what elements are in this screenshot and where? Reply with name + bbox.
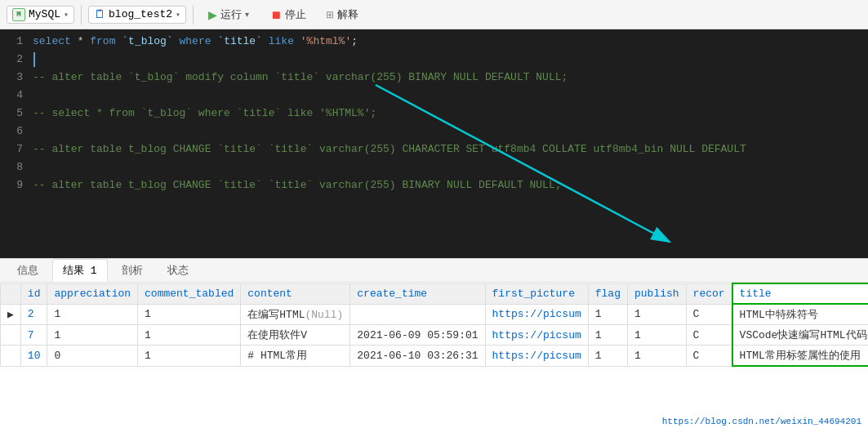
code-line-7: 7 -- alter table t_blog CHANGE `title` `… [0, 140, 868, 158]
line-content-5: -- select * from `t_blog` where `title` … [33, 105, 868, 123]
col-header-content: content [241, 283, 350, 304]
cell-comment-tabled-2: 1 [138, 325, 241, 346]
row-arrow-2 [1, 325, 21, 346]
editor: 1 select * from `t_blog` where `title` l… [0, 29, 868, 258]
cell-id-3: 10 [20, 346, 47, 367]
explain-button[interactable]: ⊞ 解释 [319, 5, 365, 25]
col-header-create-time: create_time [350, 283, 485, 304]
cell-content-2: 在使用软件V [241, 325, 350, 346]
tab-profiling[interactable]: 剖析 [111, 259, 154, 282]
cell-publish-3: 1 [627, 346, 686, 367]
toolbar-divider2 [193, 5, 194, 25]
line-content-9: -- alter table t_blog CHANGE `title` `ti… [33, 176, 868, 194]
tab-info[interactable]: 信息 [7, 259, 49, 282]
cell-content-3: # HTML常用 [241, 346, 350, 367]
table-name: blog_test2 [109, 8, 172, 20]
code-line-5: 5 -- select * from `t_blog` where `title… [0, 105, 868, 123]
cell-recor-1: C [686, 304, 732, 325]
line-content-2 [33, 51, 868, 69]
table-selector[interactable]: 🗒 blog_test2 ▾ [88, 6, 186, 24]
tab-status[interactable]: 状态 [157, 259, 199, 282]
line-num-1: 1 [0, 33, 33, 51]
line-num-6: 6 [0, 123, 33, 140]
cell-publish-2: 1 [627, 325, 686, 346]
line-content-1: select * from `t_blog` where `title` lik… [33, 33, 868, 51]
cell-flag-1: 1 [588, 304, 627, 325]
cell-first-picture-1: https://picsum [485, 304, 588, 325]
cell-recor-2: C [686, 325, 732, 346]
code-line-3: 3 -- alter table `t_blog` modify column … [0, 69, 868, 87]
cell-title-3: HTML常用标签属性的使用 [732, 346, 868, 367]
bottom-panel: 信息 结果 1 剖析 状态 id appreciation comment_ta… [0, 258, 868, 430]
line-content-3: -- alter table `t_blog` modify column `t… [33, 69, 868, 87]
mysql-icon: M [12, 8, 25, 21]
col-header-recor: recor [686, 283, 732, 304]
col-header-appreciation: appreciation [47, 283, 138, 304]
cell-create-time-2: 2021-06-09 05:59:01 [350, 325, 485, 346]
code-lines: 1 select * from `t_blog` where `title` l… [0, 29, 868, 198]
run-icon: ▶ [208, 8, 217, 21]
cell-first-picture-3: https://picsum [485, 346, 588, 367]
line-num-8: 8 [0, 158, 33, 176]
stop-label: 停止 [285, 7, 306, 22]
stop-button[interactable]: ⏹ 停止 [264, 5, 313, 25]
code-line-2: 2 [0, 51, 868, 69]
line-num-4: 4 [0, 87, 33, 105]
cell-create-time-3: 2021-06-10 03:26:31 [350, 346, 485, 367]
table-row: ▶ 2 1 1 在编写HTML(Null) https://picsum 1 1… [1, 304, 869, 325]
col-header-title: title [732, 283, 868, 304]
db-chevron-icon: ▾ [64, 10, 69, 20]
result-table: id appreciation comment_tabled content c… [0, 283, 868, 367]
cell-comment-tabled-3: 1 [138, 346, 241, 367]
cell-publish-1: 1 [627, 304, 686, 325]
run-button[interactable]: ▶ 运行 ▾ [200, 5, 257, 25]
col-header-id: id [20, 283, 47, 304]
result-tabs: 信息 结果 1 剖析 状态 [0, 258, 868, 283]
code-line-6: 6 [0, 123, 868, 140]
cell-comment-tabled-1: 1 [138, 304, 241, 325]
run-chevron-icon: ▾ [245, 10, 249, 19]
status-url: https://blog.csdn.net/weixin_44694201 [662, 417, 861, 426]
code-line-8: 8 [0, 158, 868, 176]
stop-icon: ⏹ [270, 8, 282, 21]
table-header-row: id appreciation comment_tabled content c… [1, 283, 869, 304]
table-row: 7 1 1 在使用软件V 2021-06-09 05:59:01 https:/… [1, 325, 869, 346]
cell-flag-3: 1 [588, 346, 627, 367]
col-header-flag: flag [588, 283, 627, 304]
line-num-2: 2 [0, 51, 33, 69]
toolbar: M MySQL ▾ 🗒 blog_test2 ▾ ▶ 运行 ▾ ⏹ 停止 ⊞ 解… [0, 0, 868, 29]
row-arrow-3 [1, 346, 21, 367]
table-row: 10 0 1 # HTML常用 2021-06-10 03:26:31 http… [1, 346, 869, 367]
cell-id-1: 2 [20, 304, 47, 325]
db-name: MySQL [29, 8, 60, 20]
line-num-5: 5 [0, 105, 33, 123]
line-content-7: -- alter table t_blog CHANGE `title` `ti… [33, 140, 868, 158]
col-header-comment-tabled: comment_tabled [138, 283, 241, 304]
db-selector[interactable]: M MySQL ▾ [7, 6, 74, 24]
table-icon: 🗒 [94, 8, 105, 21]
explain-icon: ⊞ [326, 9, 334, 20]
cell-appreciation-2: 1 [47, 325, 138, 346]
cell-recor-3: C [686, 346, 732, 367]
row-arrow-1: ▶ [1, 304, 21, 325]
cell-appreciation-3: 0 [47, 346, 138, 367]
cell-create-time-1 [350, 304, 485, 325]
code-line-9: 9 -- alter table t_blog CHANGE `title` `… [0, 176, 868, 194]
code-line-4: 4 [0, 87, 868, 105]
cell-title-1: HTML中特殊符号 [732, 304, 868, 325]
cell-appreciation-1: 1 [47, 304, 138, 325]
cell-first-picture-2: https://picsum [485, 325, 588, 346]
results-panel[interactable]: id appreciation comment_tabled content c… [0, 283, 868, 430]
tab-results[interactable]: 结果 1 [52, 259, 108, 282]
explain-label: 解释 [337, 7, 358, 22]
line-num-3: 3 [0, 69, 33, 87]
cell-id-2: 7 [20, 325, 47, 346]
cell-content-1: 在编写HTML(Null) [241, 304, 350, 325]
col-header-publish: publish [627, 283, 686, 304]
line-num-7: 7 [0, 140, 33, 158]
run-label: 运行 [220, 7, 242, 22]
line-num-9: 9 [0, 176, 33, 194]
table-chevron-icon: ▾ [176, 10, 180, 20]
cell-title-2: VSCode快速编写HTML代码 [732, 325, 868, 346]
code-editor[interactable]: 1 select * from `t_blog` where `title` l… [0, 29, 868, 258]
